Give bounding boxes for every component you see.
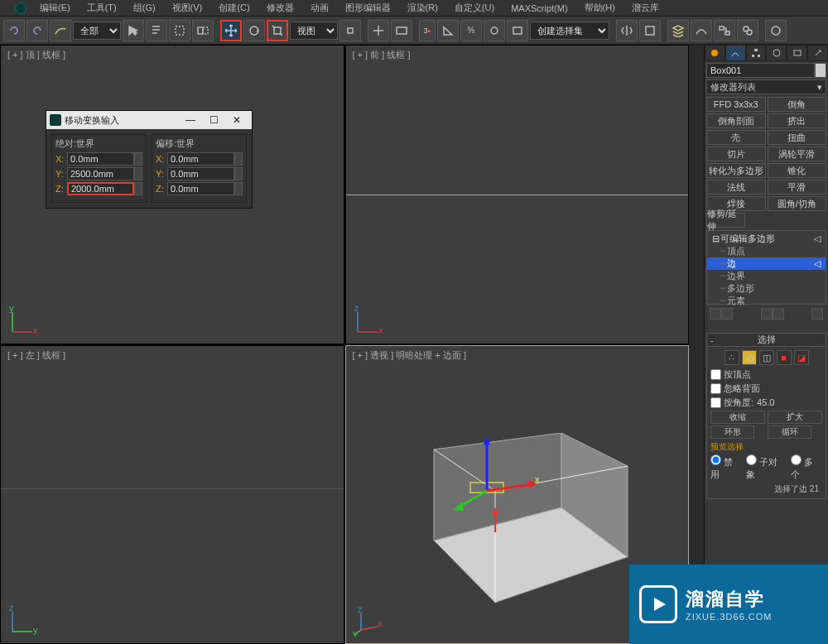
angle-snap-button[interactable] xyxy=(437,20,459,41)
menu-rendering[interactable]: 渲染(R) xyxy=(399,0,446,17)
material-editor-button[interactable] xyxy=(737,20,758,41)
menu-views[interactable]: 视图(V) xyxy=(164,0,211,17)
polygon-mode-icon[interactable]: ■ xyxy=(777,350,792,365)
radio-multi[interactable]: 多个 xyxy=(791,454,822,481)
mod-btn-ffd[interactable]: FFD 3x3x3 xyxy=(706,97,766,112)
grow-button[interactable]: 扩大 xyxy=(768,411,822,424)
pin-stack-button[interactable] xyxy=(710,308,721,320)
named-selection-dropdown[interactable]: 创建选择集 xyxy=(530,22,609,40)
mod-btn-smooth[interactable]: 平滑 xyxy=(768,180,827,195)
mod-btn-trim-extend[interactable]: 修剪/延伸 xyxy=(706,213,745,228)
mod-btn-shell[interactable]: 壳 xyxy=(706,130,766,145)
mirror-button[interactable] xyxy=(616,20,638,41)
mod-btn-taper[interactable]: 锥化 xyxy=(768,163,827,178)
element-mode-icon[interactable]: ◪ xyxy=(794,350,809,365)
off-x-input[interactable]: 0.0mm xyxy=(167,152,234,166)
utilities-tab[interactable] xyxy=(807,45,828,61)
select-manipulate-button[interactable] xyxy=(368,20,389,41)
configure-modifier-sets-button[interactable] xyxy=(811,308,823,320)
border-mode-icon[interactable]: ◫ xyxy=(759,350,774,365)
align-button[interactable] xyxy=(639,20,661,41)
menu-animation[interactable]: 动画 xyxy=(302,0,337,17)
redo-button[interactable] xyxy=(26,20,48,41)
spinner-icon[interactable] xyxy=(134,152,142,166)
mod-btn-bevel-profile[interactable]: 倒角剖面 xyxy=(706,113,766,128)
keyboard-shortcut-button[interactable] xyxy=(391,20,412,41)
selection-filter-dropdown[interactable]: 全部 xyxy=(73,22,121,40)
curve-editor-button[interactable] xyxy=(691,20,712,41)
object-color-swatch[interactable] xyxy=(815,63,826,78)
dialog-titlebar[interactable]: 移动变换输入 — ☐ ✕ xyxy=(46,111,252,129)
modifier-list-dropdown[interactable]: 修改器列表 xyxy=(706,79,826,94)
vertex-mode-icon[interactable]: ∴ xyxy=(724,350,739,365)
select-object-button[interactable] xyxy=(123,20,144,41)
edge-mode-icon[interactable]: ◁ xyxy=(742,350,757,365)
edit-named-selection-button[interactable] xyxy=(507,20,528,41)
minimize-button[interactable]: — xyxy=(179,114,202,126)
stack-item-edge[interactable]: ┈边◁ xyxy=(707,257,826,270)
menu-edit[interactable]: 编辑(E) xyxy=(31,0,79,17)
mod-btn-fillet[interactable]: 圆角/切角 xyxy=(768,196,827,211)
render-setup-button[interactable] xyxy=(765,20,787,41)
off-y-input[interactable]: 0.0mm xyxy=(167,167,234,180)
select-and-rotate-button[interactable] xyxy=(243,20,265,41)
motion-tab[interactable] xyxy=(766,45,787,61)
angle-input[interactable]: 45.0 xyxy=(757,397,822,409)
maximize-button[interactable]: ☐ xyxy=(202,114,225,126)
mod-btn-twist[interactable]: 扭曲 xyxy=(768,130,827,145)
menu-tools[interactable]: 工具(T) xyxy=(79,0,125,17)
select-rect-button[interactable] xyxy=(169,20,190,41)
abs-x-input[interactable]: 0.0mm xyxy=(67,152,134,166)
menu-maxscript[interactable]: MAXScript(M) xyxy=(503,1,575,16)
stack-item-polygon[interactable]: ┈多边形 xyxy=(707,282,826,295)
link-button[interactable] xyxy=(50,20,71,41)
layer-manager-button[interactable] xyxy=(667,20,689,41)
lightbulb-icon[interactable]: ◁ xyxy=(814,233,821,244)
spinner-snap-button[interactable] xyxy=(484,20,505,41)
menu-customize[interactable]: 自定义(U) xyxy=(446,0,503,17)
spinner-icon[interactable] xyxy=(234,182,243,195)
stack-item-border[interactable]: ┈边界 xyxy=(707,270,826,282)
make-unique-button[interactable] xyxy=(761,308,773,320)
window-crossing-button[interactable] xyxy=(192,20,214,41)
select-and-scale-button[interactable] xyxy=(267,20,288,41)
use-pivot-center-button[interactable] xyxy=(339,20,361,41)
mod-btn-slice[interactable]: 切片 xyxy=(706,147,766,161)
mod-btn-chamfer[interactable]: 倒角 xyxy=(768,97,827,112)
stack-item-element[interactable]: ┈元素 xyxy=(707,295,826,307)
menu-graph-editors[interactable]: 图形编辑器 xyxy=(337,0,399,17)
mod-btn-extrude[interactable]: 挤出 xyxy=(768,113,827,128)
close-button[interactable]: ✕ xyxy=(225,114,248,126)
display-tab[interactable] xyxy=(787,45,807,61)
viewport-front[interactable]: [ + ] 前 ] 线框 ] zx xyxy=(345,45,690,344)
stack-header[interactable]: ⊟可编辑多边形◁ xyxy=(707,233,826,245)
viewport-left[interactable]: [ + ] 左 ] 线框 ] zy xyxy=(0,345,344,645)
menu-create[interactable]: 创建(C) xyxy=(210,0,258,17)
spinner-icon[interactable] xyxy=(134,167,142,180)
rollout-header[interactable]: -选择 xyxy=(707,334,826,347)
spinner-icon[interactable] xyxy=(234,167,243,180)
abs-y-input[interactable]: 2500.0mm xyxy=(67,167,134,180)
menu-liuyunku[interactable]: 溜云库 xyxy=(623,0,667,17)
select-and-move-button[interactable] xyxy=(220,20,242,41)
spinner-icon[interactable] xyxy=(134,182,142,195)
loop-button[interactable]: 循环 xyxy=(768,425,811,439)
menu-help[interactable]: 帮助(H) xyxy=(576,0,623,17)
remove-modifier-button[interactable] xyxy=(773,308,784,320)
spinner-icon[interactable] xyxy=(757,425,765,439)
mod-btn-turbosmooth[interactable]: 涡轮平滑 xyxy=(768,147,827,161)
undo-button[interactable] xyxy=(3,20,25,41)
schematic-view-button[interactable] xyxy=(714,20,735,41)
ref-coord-dropdown[interactable]: 视图 xyxy=(290,22,338,40)
move-transform-type-in-dialog[interactable]: 移动变换输入 — ☐ ✕ 绝对:世界 X:0.0mm Y:2500.0mm Z:… xyxy=(46,110,253,209)
hierarchy-tab[interactable] xyxy=(746,45,767,61)
object-name-input[interactable]: Box001 xyxy=(706,63,815,78)
percent-snap-button[interactable]: % xyxy=(460,20,482,41)
by-angle-checkbox[interactable] xyxy=(710,397,721,408)
show-end-result-button[interactable] xyxy=(721,308,733,320)
menu-modifiers[interactable]: 修改器 xyxy=(258,0,302,17)
modifier-stack[interactable]: ⊟可编辑多边形◁ ┈顶点 ┈边◁ ┈边界 ┈多边形 ┈元素 xyxy=(706,230,826,305)
off-z-input[interactable]: 0.0mm xyxy=(167,182,234,195)
mod-btn-normal[interactable]: 法线 xyxy=(706,180,766,195)
by-vertex-checkbox[interactable] xyxy=(710,369,721,380)
